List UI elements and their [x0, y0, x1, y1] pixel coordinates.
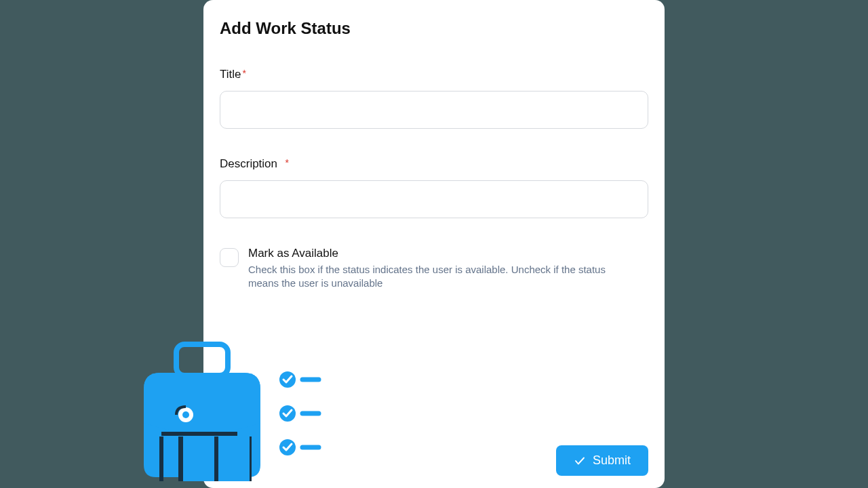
field-available: Mark as Available Check this box if the …: [220, 247, 648, 291]
modal-title: Add Work Status: [220, 19, 648, 38]
description-label: Description *: [220, 157, 648, 171]
title-input[interactable]: [220, 91, 648, 129]
description-input[interactable]: [220, 180, 648, 218]
field-title: Title*: [220, 68, 648, 129]
briefcase-checklist-icon: [136, 342, 339, 488]
svg-rect-0: [176, 344, 228, 375]
available-help: Check this box if the status indicates t…: [248, 263, 628, 291]
description-label-text: Description: [220, 157, 277, 170]
submit-row: Submit: [556, 445, 648, 476]
available-label: Mark as Available: [248, 247, 628, 260]
svg-rect-11: [218, 436, 250, 481]
svg-point-12: [178, 407, 193, 422]
add-work-status-modal: Add Work Status Title* Description * Mar…: [203, 0, 665, 488]
svg-point-14: [279, 371, 296, 388]
svg-rect-5: [218, 436, 250, 481]
svg-point-13: [182, 411, 189, 418]
svg-rect-10: [183, 436, 214, 481]
title-label: Title*: [220, 68, 648, 81]
submit-button[interactable]: Submit: [556, 445, 648, 476]
required-asterisk: *: [285, 157, 289, 168]
available-text: Mark as Available Check this box if the …: [248, 247, 628, 291]
svg-point-16: [279, 405, 296, 422]
svg-point-18: [279, 439, 296, 455]
required-asterisk: *: [243, 68, 246, 79]
field-description: Description *: [220, 157, 648, 218]
submit-label: Submit: [593, 453, 631, 468]
check-icon: [574, 455, 586, 467]
svg-rect-4: [183, 436, 214, 481]
title-label-text: Title: [220, 68, 241, 81]
available-checkbox[interactable]: [220, 248, 239, 267]
